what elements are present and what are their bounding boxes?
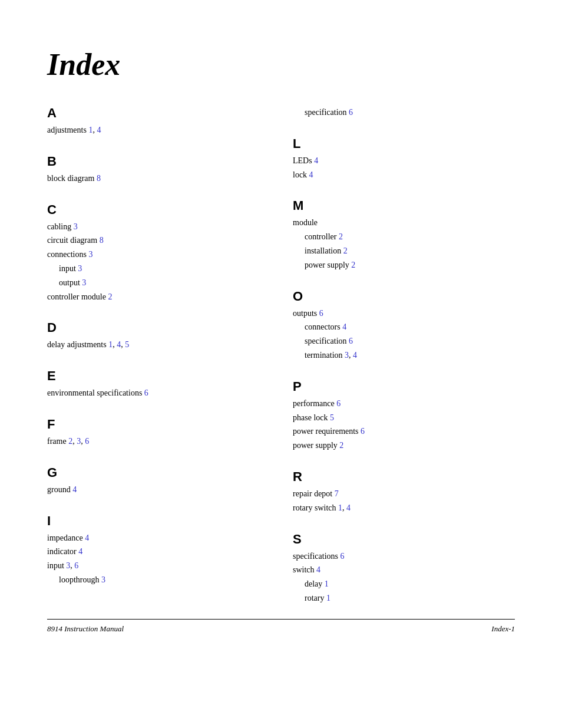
entry-text: controller module — [47, 292, 106, 301]
entry-text: switch — [293, 565, 315, 574]
index-entry: termination 3, 4 — [305, 348, 515, 363]
index-section: Bblock diagram 8 — [47, 154, 257, 186]
page-link[interactable]: 1 — [338, 503, 342, 512]
page-link[interactable]: 8 — [100, 236, 104, 245]
page-link[interactable]: 2 — [351, 261, 355, 269]
index-section: specification 6 — [293, 106, 515, 120]
section-letter: G — [47, 465, 257, 480]
entry-text: delay adjustments — [47, 340, 107, 349]
page-link[interactable]: 2 — [339, 232, 343, 241]
section-letter: O — [293, 289, 515, 304]
entry-text: input — [47, 561, 64, 570]
entry-text: input — [59, 264, 76, 273]
section-letter: F — [47, 417, 257, 432]
page-link[interactable]: 3 — [345, 351, 349, 360]
page-link[interactable]: 6 — [340, 552, 344, 561]
section-letter: L — [293, 136, 515, 151]
entry-text: controller — [305, 232, 336, 241]
entry-text: installation — [305, 246, 341, 255]
page-link[interactable]: 4 — [117, 340, 121, 349]
index-entry: input 3 — [59, 262, 257, 276]
page-link[interactable]: 2 — [343, 246, 348, 255]
entry-text: cabling — [47, 222, 71, 231]
page-link[interactable]: 6 — [74, 561, 78, 570]
index-entry: delay 1 — [305, 577, 515, 591]
page-link[interactable]: 1 — [326, 594, 330, 602]
entry-text: specification — [305, 108, 347, 117]
page-link[interactable]: 4 — [309, 170, 313, 179]
section-letter: C — [47, 202, 257, 218]
index-entry: performance 6 — [293, 397, 515, 411]
index-entry: installation 2 — [305, 244, 515, 258]
entry-text: power requirements — [293, 427, 359, 436]
page-link[interactable]: 3 — [78, 264, 82, 273]
entry-text: block diagram — [47, 174, 94, 183]
index-entry: power supply 2 — [305, 258, 515, 272]
page-link[interactable]: 3 — [101, 575, 105, 584]
index-section: Sspecifications 6switch 4delay 1rotary 1 — [293, 532, 515, 605]
section-letter: A — [47, 106, 257, 121]
page-link[interactable]: 3 — [66, 561, 70, 570]
page-link[interactable]: 1 — [88, 126, 92, 134]
index-entry: specification 6 — [305, 106, 515, 120]
page-link[interactable]: 4 — [314, 156, 318, 165]
index-section: Iimpedance 4indicator 4input 3, 6loopthr… — [47, 513, 257, 587]
entry-text: performance — [293, 399, 335, 408]
entry-text: lock — [293, 170, 307, 179]
footer-page-number: Index-1 — [491, 624, 515, 634]
page-link[interactable]: 3 — [74, 222, 78, 231]
page-link[interactable]: 5 — [125, 340, 129, 349]
page-link[interactable]: 1 — [325, 579, 329, 588]
page-link[interactable]: 1 — [108, 340, 113, 349]
page-link[interactable]: 3 — [77, 437, 81, 446]
page-link[interactable]: 4 — [97, 126, 101, 134]
entry-text: power supply — [293, 441, 338, 450]
page-link[interactable]: 6 — [361, 427, 365, 436]
right-column: specification 6LLEDs 4lock 4Mmodulecontr… — [281, 106, 515, 622]
page-link[interactable]: 4 — [342, 322, 346, 331]
index-entry: connectors 4 — [305, 320, 515, 334]
page-link[interactable]: 8 — [97, 174, 101, 183]
entry-text: output — [59, 278, 80, 287]
page-link[interactable]: 4 — [78, 547, 82, 556]
index-section: Eenvironmental specifications 6 — [47, 368, 257, 400]
page-link[interactable]: 2 — [339, 441, 343, 450]
section-letter: P — [293, 379, 515, 394]
index-entry: output 3 — [59, 276, 257, 290]
page-link[interactable]: 3 — [88, 250, 92, 259]
index-entry: cabling 3 — [47, 220, 257, 234]
page-link[interactable]: 2 — [68, 437, 72, 446]
entry-text: LEDs — [293, 156, 312, 165]
page-link[interactable]: 7 — [335, 489, 339, 498]
page-link[interactable]: 5 — [330, 413, 334, 422]
page-link[interactable]: 6 — [85, 437, 89, 446]
entry-text: phase lock — [293, 413, 328, 422]
index-section: Aadjustments 1, 4 — [47, 106, 257, 137]
entry-text: power supply — [305, 261, 349, 269]
index-entry: phase lock 5 — [293, 411, 515, 425]
page-link[interactable]: 4 — [346, 503, 351, 512]
entry-text: delay — [305, 579, 322, 588]
page-link[interactable]: 3 — [82, 278, 86, 287]
index-section: Fframe 2, 3, 6 — [47, 417, 257, 449]
index-entry: environmental specifications 6 — [47, 386, 257, 400]
page-link[interactable]: 2 — [108, 292, 112, 301]
page-link[interactable]: 4 — [316, 565, 320, 574]
index-content: Aadjustments 1, 4Bblock diagram 8Ccablin… — [47, 106, 515, 622]
page-link[interactable]: 6 — [319, 309, 323, 318]
page-link[interactable]: 4 — [353, 351, 357, 360]
page-link[interactable]: 4 — [85, 533, 89, 542]
page-link[interactable]: 4 — [72, 485, 77, 494]
page-link[interactable]: 6 — [336, 399, 340, 408]
entry-text: outputs — [293, 309, 317, 318]
page-link[interactable]: 6 — [144, 388, 148, 397]
page-link[interactable]: 6 — [349, 337, 353, 345]
index-entry: ground 4 — [47, 483, 257, 497]
entry-text: frame — [47, 437, 67, 446]
entry-text: specifications — [293, 552, 338, 561]
index-entry: impedance 4 — [47, 531, 257, 545]
entry-text: environmental specifications — [47, 388, 142, 397]
page-link[interactable]: 6 — [349, 108, 353, 117]
entry-text: connectors — [305, 322, 340, 331]
index-section: Mmodulecontroller 2installation 2power s… — [293, 198, 515, 272]
